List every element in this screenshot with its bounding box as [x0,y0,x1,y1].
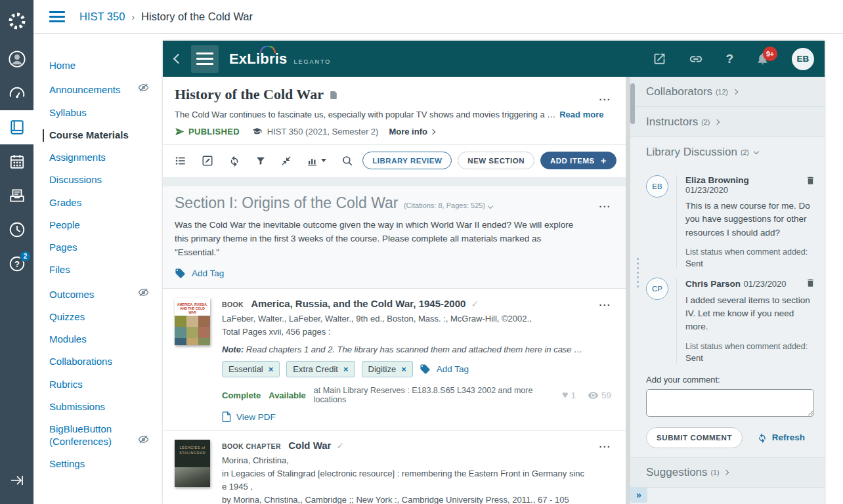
user-avatar[interactable]: EB [792,48,814,70]
citation-item[interactable]: AMERICA, RUSSIA, AND THE COLD WAR BOOK A… [163,288,626,430]
sidebar-item-assignments[interactable]: Assignments [49,152,149,164]
filter-icon[interactable] [255,156,266,166]
panel-splitter[interactable] [626,77,630,504]
splitter-drag-handle-icon[interactable] [637,258,639,287]
sidebar-item-people[interactable]: People [49,219,149,232]
collapse-panel-button[interactable]: » [630,487,647,503]
chevron-right-icon [733,89,738,94]
collapse-sections-icon[interactable] [281,156,292,166]
completion-status[interactable]: Complete [222,390,261,400]
sidebar-item-home[interactable]: Home [49,60,149,72]
calendar-icon[interactable] [0,144,33,178]
notifications-bell-icon[interactable]: 9+ [756,52,769,66]
collaboration-panel: Collaborators (12) Instructors (2) Libra… [630,77,825,504]
add-comment-area: Add your comment: SUBMIT COMMENT Refresh [630,372,825,457]
sidebar-item-pages[interactable]: Pages [49,242,149,254]
panel-scrollbar[interactable] [630,83,635,124]
instructors-header[interactable]: Instructors (2) [630,107,825,137]
list-note-icon[interactable] [330,90,337,101]
leganto-product-label: LEGANTO [293,58,331,65]
section-meta: (Citations: 8, Pages: 525) [404,201,485,209]
expand-nav-icon[interactable] [0,463,33,497]
section-description: Was the Cold War the inevitable outcome … [175,219,582,260]
read-more-link[interactable]: Read more [559,110,603,119]
citation-title[interactable]: Cold War [288,440,331,451]
sidebar-item-announcements[interactable]: Announcements [49,82,149,96]
back-icon[interactable] [173,54,184,64]
citation-title[interactable]: America, Russia, and the Cold War, 1945-… [251,298,465,309]
more-info-link[interactable]: More info [389,127,435,136]
sidebar-item-settings[interactable]: Settings [49,458,149,471]
sidebar-item-course-materials[interactable]: Course Materials [43,129,142,142]
citation-authors: LaFeber, Walter., LaFeber, Walter., 9th … [222,312,614,326]
check-icon: ✓ [337,440,345,451]
delete-comment-icon[interactable] [806,278,815,291]
sidebar-item-grades[interactable]: Grades [49,197,149,209]
courses-icon[interactable] [0,110,33,144]
sidebar-item-files[interactable]: Files [49,264,149,276]
leganto-menu-icon[interactable] [191,45,219,73]
citation-note: Note: Read chapters 1 and 2. The library… [222,345,614,354]
sidebar-item-outcomes[interactable]: Outcomes [49,287,149,301]
history-icon[interactable] [0,213,33,247]
chevron-down-icon[interactable] [488,203,493,209]
citation-more-options-button[interactable]: ... [599,299,611,306]
sidebar-item-discussions[interactable]: Discussions [49,174,149,186]
comment-date: 01/23/2020 [685,185,817,195]
add-items-button[interactable]: ADD ITEMS+ [540,152,616,169]
view-pdf-link[interactable]: View PDF [222,411,614,422]
course-menu-toggle-icon[interactable] [49,11,65,22]
collaborators-header[interactable]: Collaborators (12) [630,77,825,107]
dashboard-icon[interactable] [0,76,33,110]
commenter-avatar: CP [646,278,668,300]
sidebar-item-syllabus[interactable]: Syllabus [49,107,149,119]
svg-text:?: ? [14,259,20,269]
sidebar-item-collaborations[interactable]: Collaborations [49,356,149,368]
account-icon[interactable] [0,42,33,76]
new-section-button[interactable]: NEW SECTION [458,152,534,169]
help-icon[interactable]: ? [725,52,733,66]
course-association: HIST 350 (2021, Semester 2) [251,127,379,136]
citation-add-tag[interactable]: Add Tag [420,364,469,375]
help-icon[interactable]: ? 2 [0,247,33,281]
breadcrumb-page-title: History of the Cold War [141,10,253,23]
remove-tag-icon[interactable]: × [269,364,274,374]
sidebar-item-submissions[interactable]: Submissions [49,401,149,413]
refresh-link[interactable]: Refresh [757,432,805,443]
sidebar-item-bigbluebutton[interactable]: BigBlueButton (Conferences) [49,423,149,448]
canvas-logo-icon[interactable] [0,0,33,42]
suggestions-header[interactable]: Suggestions (1) [630,457,825,488]
tag-icon [175,268,186,279]
sidebar-item-quizzes[interactable]: Quizzes [49,311,149,324]
section-more-options-button[interactable]: ... [599,201,611,207]
citation-more-options-button[interactable]: ... [599,441,611,448]
section-add-tag[interactable]: Add Tag [175,268,614,279]
breadcrumb-course-link[interactable]: HIST 350 [79,10,125,23]
list-more-options-button[interactable]: ... [599,94,611,100]
open-external-icon[interactable] [653,52,666,66]
sidebar-item-modules[interactable]: Modules [49,333,149,346]
refresh-icon [757,432,767,443]
analytics-chart-icon[interactable] [307,155,326,167]
likes-count[interactable]: ♥1 [562,390,576,400]
citation-item[interactable]: LEGACIES of STALINGRAD BOOK CHAPTER Cold… [163,430,626,504]
comment-input[interactable] [646,389,814,417]
citation-type-label: BOOK [222,301,244,308]
remove-tag-icon[interactable]: × [401,364,406,374]
permalink-icon[interactable] [689,52,703,66]
refresh-list-icon[interactable] [228,155,240,167]
library-review-button[interactable]: LIBRARY REVIEW [362,152,452,169]
search-icon[interactable] [341,155,353,167]
remove-tag-icon[interactable]: × [343,364,349,374]
sidebar-item-rubrics[interactable]: Rubrics [49,379,149,391]
edit-list-icon[interactable] [202,155,213,167]
library-discussion-header[interactable]: Library Discussion (2) [630,137,825,167]
toc-list-icon[interactable] [175,155,186,167]
comment-body: I added several items to section IV. Let… [685,294,817,334]
delete-comment-icon[interactable] [806,175,815,188]
citation-authors: Morina, Christina, [222,454,614,467]
inbox-icon[interactable] [0,178,33,213]
commenter-avatar: EB [646,175,668,198]
submit-comment-button[interactable]: SUBMIT COMMENT [646,427,743,448]
discussion-comments: EB Eliza Browning 01/23/2020 This is a n… [630,167,825,363]
